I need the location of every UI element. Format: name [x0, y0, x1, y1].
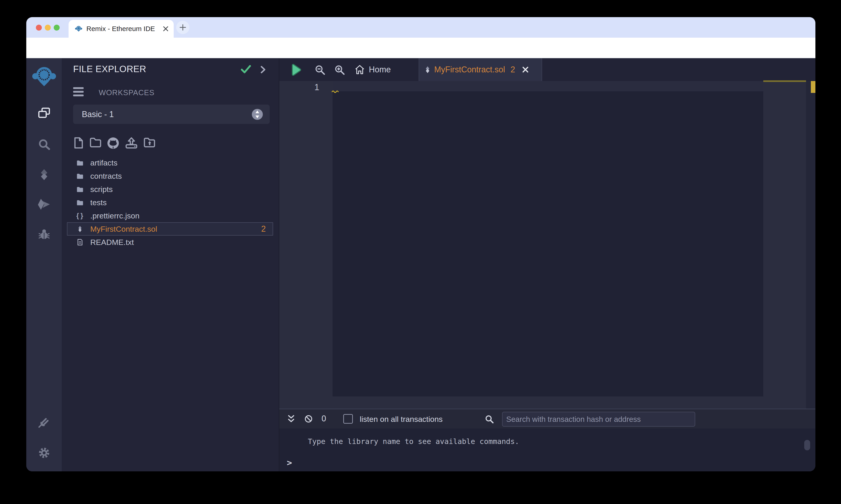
clear-console-icon[interactable]	[304, 414, 313, 424]
tree-row-readme[interactable]: README.txt	[62, 236, 279, 249]
minimap-warning-mark	[763, 80, 806, 82]
deploy-run-icon[interactable]	[37, 198, 51, 211]
terminal-toolbar: 0 listen on all transactions	[279, 409, 816, 429]
terminal-search-icon	[484, 414, 494, 424]
solidity-file-icon	[425, 66, 431, 74]
listen-label[interactable]: listen on all transactions	[360, 415, 443, 424]
upload-file-icon[interactable]	[125, 137, 138, 149]
folder-icon	[76, 160, 83, 166]
plus-icon	[179, 24, 187, 31]
file-badge: 2	[261, 224, 266, 234]
minimize-window-button[interactable]	[45, 25, 51, 31]
collapse-terminal-icon[interactable]	[287, 414, 295, 424]
close-window-button[interactable]	[36, 25, 42, 31]
browser-tab-remix[interactable]: Remix - Ethereum IDE	[69, 20, 174, 38]
tab-close-icon[interactable]	[522, 66, 529, 73]
settings-gear-icon[interactable]	[37, 446, 51, 460]
tree-row-artifacts[interactable]: artifacts	[62, 156, 279, 169]
overview-ruler[interactable]	[806, 81, 816, 409]
github-clone-icon[interactable]	[107, 137, 119, 149]
current-line-highlight	[332, 81, 763, 91]
tree-row-contracts[interactable]: contracts	[62, 169, 279, 183]
search-icon[interactable]	[38, 138, 51, 151]
workspace-selected-value: Basic - 1	[82, 110, 114, 119]
code-editor[interactable]: 1	[279, 81, 816, 409]
plugin-manager-icon[interactable]	[38, 416, 51, 429]
terminal-search-input[interactable]	[502, 412, 695, 427]
warning-squiggle	[331, 90, 339, 93]
terminal-scrollbar-thumb[interactable]	[804, 440, 810, 450]
overview-warning-marker	[811, 81, 816, 93]
browser-window: Remix - Ethereum IDE remix.ethereum.org/…	[26, 17, 816, 471]
folder-icon	[76, 199, 83, 205]
select-updown-icon	[252, 108, 263, 120]
tab-title: Remix - Ethereum IDE	[86, 25, 155, 33]
transaction-count: 0	[322, 414, 326, 424]
editor-content[interactable]	[332, 81, 763, 396]
new-folder-icon[interactable]	[90, 137, 101, 148]
terminal-prompt: >	[287, 458, 292, 468]
tree-row-prettierrc[interactable]: { } .prettierrc.json	[62, 209, 279, 222]
text-file-icon	[77, 239, 83, 246]
terminal-message: Type the library name to see available c…	[308, 437, 519, 446]
terminal-output[interactable]: Type the library name to see available c…	[279, 429, 816, 471]
solidity-file-icon	[77, 225, 83, 233]
remix-logo[interactable]	[32, 66, 56, 87]
editor-toolbar: Home MyFirstContract.sol 2	[279, 58, 816, 81]
tree-row-scripts[interactable]: scripts	[62, 183, 279, 196]
file-actions-toolbar	[62, 137, 279, 151]
chevron-right-icon[interactable]	[260, 66, 266, 74]
listen-checkbox[interactable]	[343, 414, 353, 424]
tab-badge: 2	[511, 65, 515, 74]
home-icon	[355, 65, 365, 75]
browser-toolbar: remix.ethereum.org/#lang=en&optimize=fal…	[26, 38, 816, 58]
folder-icon	[76, 173, 83, 179]
workspace-select[interactable]: Basic - 1	[73, 105, 270, 124]
run-script-icon[interactable]	[291, 64, 302, 76]
file-explorer-icon[interactable]	[37, 107, 51, 119]
folder-icon	[76, 186, 83, 192]
browser-tabstrip: Remix - Ethereum IDE	[26, 17, 816, 38]
maximize-window-button[interactable]	[54, 25, 59, 31]
remix-app: FILE EXPLORER WORKSPACES Basic - 1 artif…	[26, 58, 816, 471]
upload-folder-icon[interactable]	[143, 137, 156, 148]
accept-check-icon[interactable]	[241, 65, 251, 74]
workspaces-label: WORKSPACES	[99, 88, 154, 97]
file-explorer-panel: FILE EXPLORER WORKSPACES Basic - 1 artif…	[62, 58, 279, 471]
tree-row-tests[interactable]: tests	[62, 196, 279, 209]
tab-home[interactable]: Home	[355, 58, 391, 81]
new-tab-button[interactable]	[176, 21, 189, 34]
tree-row-myfirstcontract-selected[interactable]: MyFirstContract.sol 2	[67, 222, 273, 236]
tab-close-icon[interactable]	[163, 26, 169, 32]
remix-favicon	[75, 25, 82, 32]
workspaces-menu-icon[interactable]	[73, 87, 84, 96]
zoom-out-icon[interactable]	[314, 64, 326, 75]
new-file-icon[interactable]	[73, 137, 83, 149]
line-number: 1	[279, 83, 319, 92]
tab-myfirstcontract[interactable]: MyFirstContract.sol 2	[419, 58, 542, 81]
icon-sidebar	[26, 58, 62, 471]
terminal-panel: 0 listen on all transactions Type the li…	[279, 409, 816, 471]
json-file-icon: { }	[75, 212, 85, 220]
panel-title: FILE EXPLORER	[73, 64, 146, 74]
file-tree: artifacts contracts scripts tests { } .p…	[62, 156, 279, 249]
debugger-icon[interactable]	[38, 229, 51, 241]
solidity-compiler-icon[interactable]	[38, 168, 50, 181]
zoom-in-icon[interactable]	[334, 64, 345, 75]
